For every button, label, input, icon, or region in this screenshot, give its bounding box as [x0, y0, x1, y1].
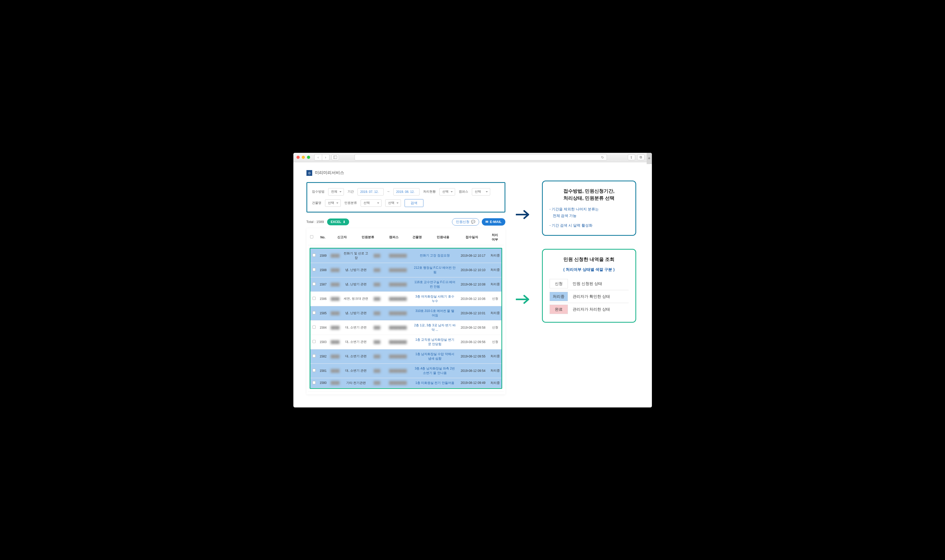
callouts-column: 접수방법, 민원신청기간, 처리상태, 민원분류 선택 - 기간을 제외한 나머…: [542, 170, 636, 323]
cell-category: 세면, 씽크대 관련: [342, 292, 371, 306]
table-row[interactable]: 1589 ████ 전화기 및 선로 고장 ███ ████████ 전화기 고…: [310, 249, 502, 263]
row-checkbox[interactable]: [312, 297, 316, 300]
cell-content[interactable]: 3층.4층 남자화장실 좌측 2번 소변기 물 안나옴: [412, 363, 457, 378]
cell-campus: ███: [371, 249, 384, 263]
cell-date: 2019-08-12 09:49: [457, 378, 489, 388]
filter-category-label: 민원분류: [345, 201, 357, 205]
maximize-window-button[interactable]: [307, 156, 310, 159]
cell-category: 대, 소변기 관련: [342, 335, 371, 349]
cell-campus: ███: [371, 263, 384, 277]
arrow-icon-blue: [516, 209, 531, 221]
table-row[interactable]: 1580 ████ 기타 전기관련 ███ ████████ 1층 미화원실 전…: [310, 378, 502, 388]
cell-content[interactable]: 1층 교직원 남자화장실 변기문 안닫힘: [412, 335, 457, 349]
nav-arrows: ‹ ›: [314, 154, 329, 160]
row-checkbox[interactable]: [312, 311, 316, 314]
brand-title: 미리미리서비스: [315, 170, 344, 175]
cell-category: 냉, 난방기 관련: [342, 306, 371, 320]
filter-status-select[interactable]: 선택: [439, 188, 455, 195]
results-table: No. 신고자 민원분류 캠퍼스 건물명 민원내용 접수일자 처리 여부 158…: [308, 230, 504, 392]
minimize-window-button[interactable]: [302, 156, 305, 159]
cell-content[interactable]: 212호 행정실 F.C.U 에어컨 안됨: [412, 263, 457, 277]
cell-building: ████████: [384, 349, 412, 363]
cell-no: 1589: [318, 249, 329, 263]
filter-date-to[interactable]: 2019. 08. 12.: [393, 188, 420, 195]
table-row[interactable]: 1583 ████ 대, 소변기 관련 ███ ████████ 1층 교직원 …: [310, 335, 502, 349]
cell-content[interactable]: 1층 남자화장실 수압 약해서 냄새 심함: [412, 349, 457, 363]
row-checkbox[interactable]: [312, 254, 316, 257]
cell-content[interactable]: 310호.310-1호 에어컨 물 떨어짐: [412, 306, 457, 320]
status-legend: 신청 민원 신청된 상태 처리중 관리자가 확인한 상태 완료 관리자가 처리한…: [549, 277, 629, 315]
select-all-checkbox[interactable]: [310, 235, 313, 238]
row-checkbox[interactable]: [312, 369, 316, 372]
th-no: No.: [316, 230, 331, 245]
complaint-request-button[interactable]: 민원신청 💬: [452, 218, 479, 226]
cell-category: 전화기 및 선로 고장: [342, 249, 371, 263]
cell-reporter: ████: [329, 306, 342, 320]
new-tab-button[interactable]: +: [646, 153, 652, 164]
table-row[interactable]: 1581 ████ 대, 소변기 관련 ███ ████████ 3층.4층 남…: [310, 363, 502, 378]
search-button[interactable]: 검색: [405, 199, 423, 207]
forward-button[interactable]: ›: [322, 154, 329, 160]
cell-date: 2019-08-12 09:54: [457, 363, 489, 378]
sidebar-toggle-button[interactable]: [332, 154, 339, 160]
tabs-button[interactable]: ⧉: [637, 154, 645, 160]
cell-no: 1584: [318, 320, 329, 335]
share-button[interactable]: ⇪: [628, 154, 635, 160]
filter-category-select[interactable]: 선택: [361, 199, 382, 207]
filter-panel: 접수방법 전체 기간 2019. 07. 12. ~ 2019. 08. 12.…: [306, 182, 505, 212]
toolbar: Total : 1589 EXCEL ⬇ 민원신청 💬 ✉ E-MAIL: [306, 218, 505, 226]
legend-badge-request: 신청: [549, 279, 568, 288]
legend-desc: 관리자가 처리한 상태: [573, 307, 610, 312]
th-content: 민원내용: [429, 230, 457, 245]
table-row[interactable]: 1586 ████ 세면, 씽크대 관련 ███ ████████ 3층 여자화…: [310, 292, 502, 306]
cell-building: ████████: [384, 292, 412, 306]
filter-building-select[interactable]: 선택: [325, 199, 341, 207]
legend-desc: 민원 신청된 상태: [573, 281, 602, 286]
cell-campus: ███: [371, 306, 384, 320]
cell-content[interactable]: 3층 여자화장실 샤워기 호수 누수: [412, 292, 457, 306]
row-checkbox[interactable]: [312, 282, 316, 286]
cell-status: 신청: [489, 292, 502, 306]
cell-content[interactable]: 전화기 고장 점검요청: [412, 249, 457, 263]
cell-reporter: ████: [329, 378, 342, 388]
callout-status-legend: 민원 신청한 내역을 조회 ( 처리여부 상태별 색깔 구분 ) 신청 민원 신…: [542, 249, 636, 323]
callout1-title: 접수방법, 민원신청기간, 처리상태, 민원분류 선택: [549, 188, 629, 202]
callout1-list: - 기간을 제외한 나머지 분류는 전체 검색 가능 - 기간 검색 시 달력 …: [549, 206, 629, 229]
main-column: ◎ 미리미리서비스 접수방법 전체 기간 2019. 07. 12. ~ 201…: [306, 170, 505, 394]
th-date: 접수일자: [457, 230, 486, 245]
filter-method-select[interactable]: 전체: [328, 188, 344, 195]
back-button[interactable]: ‹: [315, 154, 322, 160]
table-row[interactable]: 1587 ████ 냉, 난방기 관련 ███ ████████ 116호 교수…: [310, 277, 502, 292]
cell-date: 2019-08-12 09:58: [457, 320, 489, 335]
cell-content[interactable]: 2층 1곳, 3층 3곳 남자 변기 바닥 ...: [412, 320, 457, 335]
legend-badge-complete: 완료: [549, 305, 568, 314]
cell-content[interactable]: 1층 미화원실 전기 안들어옴: [412, 378, 457, 388]
filter-campus-select[interactable]: 선택: [472, 188, 490, 195]
row-checkbox[interactable]: [312, 340, 316, 343]
excel-export-button[interactable]: EXCEL ⬇: [327, 218, 349, 225]
cell-status: 처리중: [489, 363, 502, 378]
filter-date-from[interactable]: 2019. 07. 12.: [357, 188, 384, 195]
cell-content[interactable]: 116호 교수연구실 F.C.U.에어컨 안됨: [412, 277, 457, 292]
filter-subcategory-select[interactable]: 선택: [385, 199, 401, 207]
cell-campus: ███: [371, 292, 384, 306]
table-row[interactable]: 1582 ████ 대, 소변기 관련 ███ ████████ 1층 남자화장…: [310, 349, 502, 363]
table-row[interactable]: 1588 ████ 냉, 난방기 관련 ███ ████████ 212호 행정…: [310, 263, 502, 277]
table-row[interactable]: 1584 ████ 대, 소변기 관련 ███ ████████ 2층 1곳, …: [310, 320, 502, 335]
legend-badge-processing: 처리중: [549, 292, 568, 301]
legend-row: 완료 관리자가 처리한 상태: [549, 303, 629, 315]
cell-building: ████████: [384, 363, 412, 378]
row-checkbox[interactable]: [312, 381, 316, 384]
email-button[interactable]: ✉ E-MAIL: [482, 218, 505, 226]
reload-icon[interactable]: ↻: [601, 155, 604, 159]
cell-date: 2019-08-12 09:56: [457, 335, 489, 349]
table-row[interactable]: 1585 ████ 냉, 난방기 관련 ███ ████████ 310호.31…: [310, 306, 502, 320]
row-checkbox[interactable]: [312, 354, 316, 357]
close-window-button[interactable]: [297, 156, 300, 159]
cell-category: 대, 소변기 관련: [342, 320, 371, 335]
row-checkbox[interactable]: [312, 268, 316, 271]
legend-desc: 관리자가 확인한 상태: [573, 294, 610, 299]
url-bar[interactable]: ↻: [355, 154, 607, 160]
row-checkbox[interactable]: [312, 326, 316, 329]
page-content: ◎ 미리미리서비스 접수방법 전체 기간 2019. 07. 12. ~ 201…: [293, 162, 652, 408]
